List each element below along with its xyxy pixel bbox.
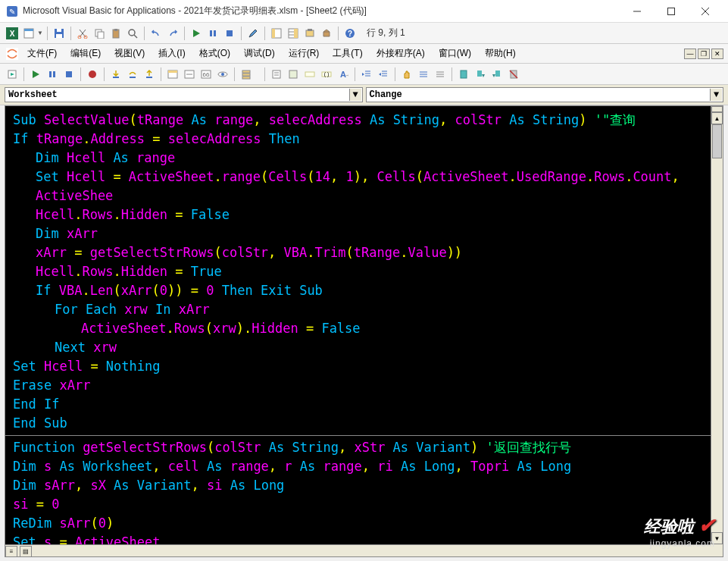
svg-rect-41 xyxy=(53,71,55,77)
redo-icon[interactable] xyxy=(165,26,180,41)
design-mode-icon[interactable] xyxy=(245,26,261,41)
svg-rect-62 xyxy=(305,72,314,77)
quick-info-icon[interactable] xyxy=(302,67,317,82)
reset-icon-2[interactable] xyxy=(61,67,77,82)
uncomment-block-icon[interactable] xyxy=(433,67,448,82)
maximize-button[interactable] xyxy=(654,0,688,23)
svg-rect-81 xyxy=(461,71,467,78)
menu-file[interactable]: 文件(F) xyxy=(21,44,63,63)
bookmark-clear-icon[interactable] xyxy=(506,67,521,82)
chevron-down-icon[interactable]: ▼ xyxy=(349,89,361,101)
scroll-up-button[interactable]: ▲ xyxy=(711,112,723,124)
find-icon[interactable] xyxy=(125,26,140,41)
complete-word-icon[interactable]: A⇥ xyxy=(336,67,351,82)
outdent-icon[interactable] xyxy=(376,67,391,82)
toolbox-icon[interactable] xyxy=(319,26,334,41)
run-icon-2[interactable] xyxy=(28,67,43,82)
bookmark-next-icon[interactable] xyxy=(473,67,488,82)
toggle-breakpoint-icon[interactable] xyxy=(85,67,100,82)
procedure-combo[interactable]: Change ▼ xyxy=(366,87,724,102)
cursor-position: 行 9, 列 1 xyxy=(367,27,405,39)
code-pane-header: Worksheet ▼ Change ▼ xyxy=(0,85,728,105)
menu-bar: 文件(F) 编辑(E) 视图(V) 插入(I) 格式(O) 调试(D) 运行(R… xyxy=(0,44,728,64)
watermark: 经验啦 ✔ jingyanla.com xyxy=(644,514,715,549)
step-into-icon[interactable] xyxy=(108,67,123,82)
svg-rect-40 xyxy=(49,71,52,77)
code-content[interactable]: Sub SelectValue(tRange As range, selecAd… xyxy=(5,106,723,557)
watch-window-icon[interactable]: 66 xyxy=(198,67,214,82)
menu-addins[interactable]: 外接程序(A) xyxy=(370,44,431,63)
call-stack-icon[interactable] xyxy=(239,67,254,82)
vertical-scrollbar[interactable]: ▲ ▼ xyxy=(711,106,723,544)
vba-icon[interactable] xyxy=(5,46,20,61)
menu-edit[interactable]: 编辑(E) xyxy=(64,44,107,63)
locals-window-icon[interactable] xyxy=(165,67,180,82)
svg-rect-11 xyxy=(57,29,61,32)
immediate-window-icon[interactable] xyxy=(182,67,197,82)
cut-icon[interactable] xyxy=(75,26,90,41)
parameter-info-icon[interactable]: ( ) xyxy=(319,67,334,82)
mdi-minimize-button[interactable]: — xyxy=(684,49,696,59)
scroll-thumb[interactable] xyxy=(712,124,722,158)
menu-tools[interactable]: 工具(T) xyxy=(327,44,368,63)
svg-rect-3 xyxy=(667,8,674,14)
list-constants-icon[interactable] xyxy=(286,67,301,82)
project-explorer-icon[interactable] xyxy=(269,26,284,41)
break-icon-2[interactable] xyxy=(45,67,60,82)
insert-module-icon[interactable] xyxy=(21,26,36,41)
svg-rect-12 xyxy=(56,34,62,38)
menu-insert[interactable]: 插入(I) xyxy=(152,44,191,63)
window-title: Microsoft Visual Basic for Applications … xyxy=(23,5,620,17)
dropdown-icon[interactable]: ▼ xyxy=(37,30,43,36)
menu-help[interactable]: 帮助(H) xyxy=(479,44,522,63)
menu-window[interactable]: 窗口(W) xyxy=(433,44,477,63)
properties-icon[interactable] xyxy=(286,26,301,41)
break-icon[interactable] xyxy=(205,26,220,41)
quick-watch-icon[interactable] xyxy=(215,67,230,82)
breakpoint-hand-icon[interactable] xyxy=(399,67,414,82)
svg-rect-42 xyxy=(66,71,72,77)
mdi-restore-button[interactable]: ❐ xyxy=(698,49,710,59)
list-properties-icon[interactable] xyxy=(269,67,284,82)
step-over-icon[interactable] xyxy=(125,67,140,82)
menu-view[interactable]: 视图(V) xyxy=(108,44,151,63)
svg-marker-39 xyxy=(33,71,39,78)
compile-icon[interactable] xyxy=(5,67,20,82)
svg-marker-21 xyxy=(193,30,200,37)
copy-icon[interactable] xyxy=(92,26,107,41)
menu-run[interactable]: 运行(R) xyxy=(283,44,326,63)
mdi-close-button[interactable]: ✕ xyxy=(711,49,723,59)
svg-rect-16 xyxy=(98,32,104,39)
code-editor[interactable]: Sub SelectValue(tRange As range, selecAd… xyxy=(5,105,723,557)
help-icon[interactable]: ? xyxy=(342,26,358,41)
chevron-down-icon[interactable]: ▼ xyxy=(710,89,722,101)
full-view-button[interactable]: ▤ xyxy=(20,546,32,558)
proc-view-button[interactable]: ≡ xyxy=(5,546,17,558)
close-button[interactable] xyxy=(688,0,722,23)
svg-rect-57 xyxy=(242,77,250,79)
debug-toolbar: 66 ( ) A⇥ xyxy=(0,64,728,85)
svg-point-54 xyxy=(221,73,224,76)
menu-debug[interactable]: 调试(D) xyxy=(238,44,281,63)
svg-rect-55 xyxy=(242,71,250,73)
svg-marker-85 xyxy=(492,74,495,77)
object-combo[interactable]: Worksheet ▼ xyxy=(5,87,363,102)
split-handle[interactable] xyxy=(711,106,723,112)
bookmark-prev-icon[interactable] xyxy=(489,67,505,82)
excel-icon[interactable]: X xyxy=(5,26,20,41)
object-browser-icon[interactable] xyxy=(302,26,317,41)
step-out-icon[interactable] xyxy=(142,67,157,82)
indent-icon[interactable] xyxy=(359,67,374,82)
minimize-button[interactable] xyxy=(620,0,654,23)
comment-block-icon[interactable] xyxy=(416,67,431,82)
svg-rect-32 xyxy=(308,29,312,31)
paste-icon[interactable] xyxy=(108,26,123,41)
undo-icon[interactable] xyxy=(148,26,164,41)
menu-format[interactable]: 格式(O) xyxy=(193,44,236,63)
run-icon[interactable] xyxy=(189,26,204,41)
reset-icon[interactable] xyxy=(222,26,237,41)
bookmark-toggle-icon[interactable] xyxy=(456,67,471,82)
horizontal-scrollbar[interactable]: ≡ ▤ xyxy=(5,544,711,556)
save-icon[interactable] xyxy=(52,26,67,41)
svg-rect-9 xyxy=(24,29,33,31)
